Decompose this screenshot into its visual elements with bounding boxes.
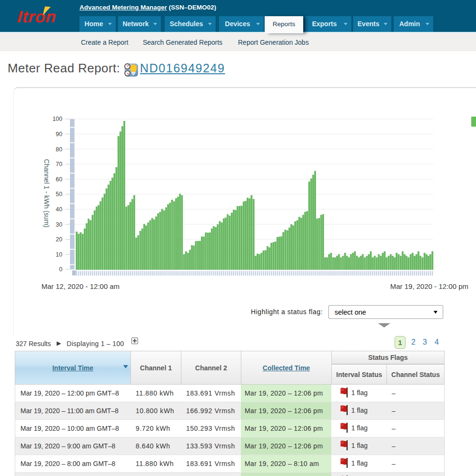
- svg-text:40: 40: [56, 206, 62, 213]
- svg-text:50: 50: [56, 191, 62, 198]
- svg-text:20: 20: [56, 236, 62, 243]
- svg-text:30: 30: [56, 221, 62, 228]
- svg-text:60: 60: [56, 176, 62, 183]
- svg-text:90: 90: [56, 131, 62, 138]
- svg-text:80: 80: [56, 146, 62, 153]
- svg-text:10: 10: [56, 251, 62, 258]
- svg-text:Channel 1 - kWh (sum): Channel 1 - kWh (sum): [43, 159, 50, 228]
- svg-text:Mar 12, 2020 - 12:00 am: Mar 12, 2020 - 12:00 am: [41, 282, 119, 290]
- svg-text:70: 70: [56, 161, 62, 168]
- svg-text:Mar 19, 2020 - 12:00 pm: Mar 19, 2020 - 12:00 pm: [390, 282, 468, 290]
- svg-text:0: 0: [59, 266, 62, 273]
- svg-text:100: 100: [52, 116, 62, 122]
